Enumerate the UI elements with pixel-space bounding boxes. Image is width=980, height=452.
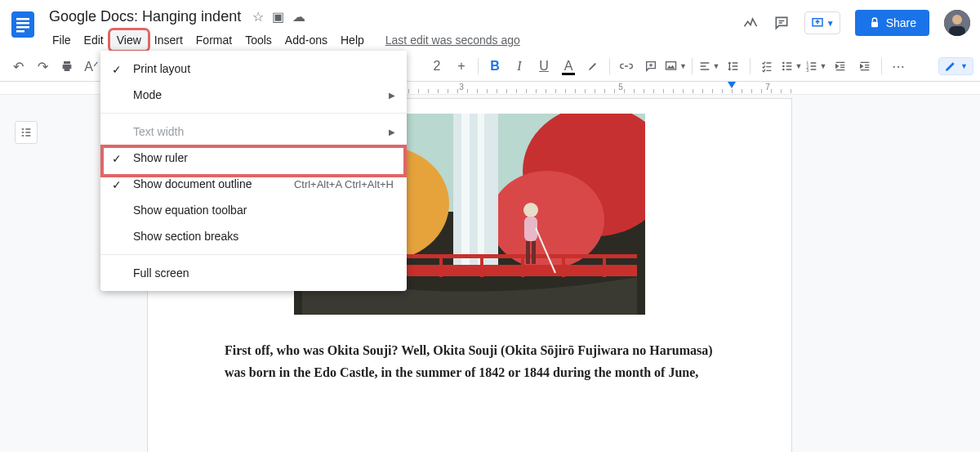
check-icon: ✓: [112, 152, 122, 165]
insert-comment-button[interactable]: [639, 55, 662, 78]
svg-point-12: [782, 65, 785, 68]
menu-view[interactable]: View: [110, 30, 148, 50]
activity-icon[interactable]: [742, 15, 759, 31]
separator: [692, 58, 693, 74]
checklist-button[interactable]: [755, 55, 778, 78]
decrease-indent-button[interactable]: [829, 55, 852, 78]
more-button[interactable]: ⋯: [887, 55, 910, 78]
view-menu-dropdown: ✓Print layoutMode▶Text width▶✓Show ruler…: [100, 51, 407, 291]
menu-item-show-equation-toolbar[interactable]: Show equation toolbar: [100, 197, 407, 223]
menu-item-label: Show section breaks: [133, 230, 238, 243]
svg-rect-39: [526, 241, 530, 264]
menu-item-show-ruler[interactable]: ✓Show ruler: [100, 145, 407, 171]
insert-image-button[interactable]: ▼: [664, 55, 687, 78]
undo-button[interactable]: ↶: [7, 55, 29, 78]
svg-rect-2: [16, 22, 29, 25]
chevron-down-icon: ▼: [826, 19, 835, 28]
ruler-number: 5: [618, 83, 623, 92]
font-size-display[interactable]: 2: [425, 55, 448, 78]
menu-item-label: Show ruler: [133, 151, 188, 164]
menu-item-print-layout[interactable]: ✓Print layout: [100, 56, 407, 82]
svg-rect-24: [453, 114, 498, 269]
menu-item-label: Show equation toolbar: [133, 204, 247, 217]
menu-item-label: Show document outline: [133, 177, 252, 190]
check-icon: ✓: [112, 178, 122, 191]
menu-item-label: Mode: [133, 88, 162, 101]
chevron-down-icon: ▼: [960, 62, 968, 70]
document-paragraph[interactable]: First off, who was Okita Souji? Well, Ok…: [225, 339, 715, 383]
highlight-button[interactable]: [581, 55, 604, 78]
svg-rect-26: [478, 114, 484, 269]
spellcheck-button[interactable]: Aᐟ: [80, 55, 103, 78]
docs-logo[interactable]: [7, 8, 39, 41]
text-color-button[interactable]: A: [557, 55, 580, 78]
menubar: File Edit View Insert Format Tools Add-o…: [46, 29, 742, 51]
menu-addons[interactable]: Add-ons: [278, 30, 334, 50]
underline-button[interactable]: U: [532, 55, 555, 78]
star-icon[interactable]: ☆: [252, 9, 264, 25]
ruler-number: 3: [459, 83, 464, 92]
share-label: Share: [886, 16, 916, 29]
submenu-arrow-icon: ▶: [389, 91, 395, 100]
insert-link-button[interactable]: [615, 55, 638, 78]
svg-point-13: [782, 69, 785, 71]
svg-point-11: [782, 62, 785, 65]
comments-icon[interactable]: [773, 15, 790, 31]
move-icon[interactable]: ▣: [272, 9, 284, 25]
separator: [609, 58, 610, 74]
indent-marker[interactable]: [728, 82, 736, 88]
share-button[interactable]: Share: [855, 10, 929, 36]
menu-tools[interactable]: Tools: [238, 30, 278, 50]
svg-rect-0: [11, 11, 34, 38]
editing-mode-button[interactable]: ▼: [938, 57, 973, 75]
check-icon: ✓: [112, 63, 122, 76]
menu-item-text-width: Text width▶: [100, 119, 407, 145]
present-button[interactable]: ▼: [804, 11, 840, 34]
redo-button[interactable]: ↷: [31, 55, 54, 78]
svg-rect-25: [461, 114, 470, 269]
svg-rect-4: [16, 30, 24, 33]
menu-item-show-section-breaks[interactable]: Show section breaks: [100, 223, 407, 249]
menu-item-label: Print layout: [133, 62, 190, 75]
cloud-status-icon[interactable]: ☁: [292, 9, 305, 25]
menu-item-show-document-outline[interactable]: ✓Show document outlineCtrl+Alt+A Ctrl+Al…: [100, 171, 407, 197]
last-edit-link[interactable]: Last edit was seconds ago: [385, 34, 520, 47]
svg-point-37: [523, 203, 538, 217]
submenu-arrow-icon: ▶: [389, 128, 395, 136]
bold-button[interactable]: B: [483, 55, 506, 78]
svg-rect-9: [949, 26, 965, 36]
shortcut-label: Ctrl+Alt+A Ctrl+Alt+H: [294, 178, 394, 190]
menu-item-label: Text width: [133, 125, 184, 138]
svg-rect-40: [532, 241, 536, 264]
document-outline-toggle[interactable]: [15, 121, 38, 144]
menu-item-mode[interactable]: Mode▶: [100, 82, 407, 108]
align-button[interactable]: ▼: [697, 55, 720, 78]
bulleted-list-button[interactable]: ▼: [780, 55, 803, 78]
separator: [750, 58, 751, 74]
menu-item-full-screen[interactable]: Full screen: [100, 260, 407, 286]
numbered-list-button[interactable]: 123▼: [804, 55, 827, 78]
svg-rect-1: [16, 18, 29, 20]
svg-point-8: [952, 15, 962, 25]
menu-edit[interactable]: Edit: [78, 30, 110, 50]
menu-format[interactable]: Format: [189, 30, 238, 50]
separator: [881, 58, 882, 74]
svg-rect-6: [871, 22, 878, 28]
menu-insert[interactable]: Insert: [148, 30, 189, 50]
svg-text:3: 3: [806, 68, 808, 73]
font-size-increase[interactable]: +: [450, 55, 473, 78]
account-avatar[interactable]: [944, 10, 970, 36]
document-title[interactable]: Google Docs: Hanging indent: [46, 7, 244, 27]
line-spacing-button[interactable]: [722, 55, 745, 78]
menu-file[interactable]: File: [46, 30, 78, 50]
increase-indent-button[interactable]: [853, 55, 876, 78]
menu-help[interactable]: Help: [334, 30, 371, 50]
italic-button[interactable]: I: [508, 55, 531, 78]
svg-rect-3: [16, 26, 29, 29]
menu-item-label: Full screen: [133, 266, 189, 280]
print-button[interactable]: [56, 55, 78, 78]
ruler-number: 7: [765, 83, 770, 92]
separator: [478, 58, 479, 74]
